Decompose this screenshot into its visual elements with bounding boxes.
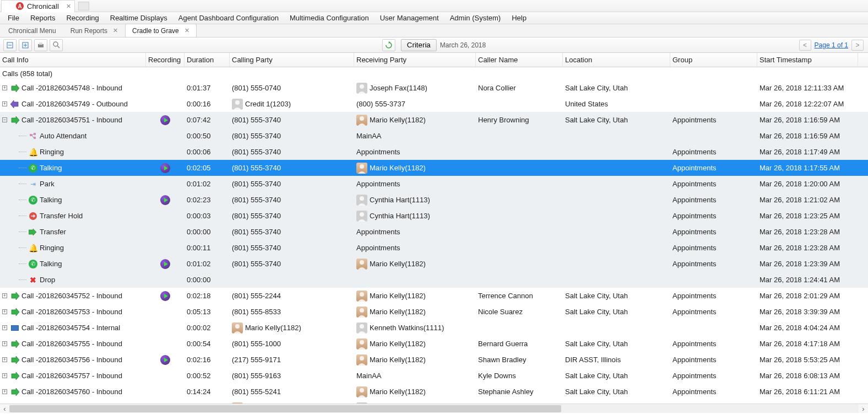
expand-toggle[interactable]: +: [2, 373, 7, 378]
play-recording-button[interactable]: [160, 115, 170, 125]
event-row[interactable]: ✆Talking0:01:02(801) 555-3740Mario Kelly…: [0, 256, 868, 272]
column-header[interactable]: Receiving Party: [354, 53, 476, 67]
play-recording-button[interactable]: [160, 291, 170, 301]
search-button[interactable]: [50, 39, 63, 51]
svg-rect-16: [30, 134, 32, 136]
event-row[interactable]: Transfer0:00:00(801) 555-3740Appointment…: [0, 224, 868, 240]
scroll-track[interactable]: [9, 404, 859, 413]
close-icon[interactable]: ✕: [185, 27, 189, 34]
receiving-party-value: Appointments: [356, 180, 400, 188]
play-recording-button[interactable]: [160, 195, 170, 205]
call-row[interactable]: +Call -2018260345753 - Inbound0:05:13(80…: [0, 304, 868, 320]
play-recording-button[interactable]: [160, 259, 170, 269]
duration-value: 0:01:37: [187, 84, 210, 92]
location-value: United States: [565, 100, 608, 108]
receiving-party-value: MainAA: [356, 372, 382, 380]
event-row[interactable]: 🔔Ringing0:00:06(801) 555-3740Appointment…: [0, 144, 868, 160]
timestamp-value: Mar 26, 2018 1:21:02 AM: [760, 196, 840, 204]
expand-toggle[interactable]: −: [2, 117, 7, 122]
toolbar: Criteria March 26, 2018 < Page 1 of 1 >: [0, 37, 868, 53]
column-header[interactable]: Group: [670, 53, 757, 67]
call-row[interactable]: +Call -2018260345752 - Inbound0:02:18(80…: [0, 288, 868, 304]
menu-item[interactable]: Reports: [25, 14, 61, 22]
horizontal-scrollbar[interactable]: ‹ ›: [0, 404, 868, 413]
event-row[interactable]: ➔Transfer Hold0:00:03(801) 555-3740Cynth…: [0, 208, 868, 224]
call-row[interactable]: +Call -2018260345756 - Inbound0:02:16(21…: [0, 352, 868, 368]
call-row[interactable]: +Call -2018260345754 - Internal0:00:02Ma…: [0, 320, 868, 336]
page-indicator[interactable]: Page 1 of 1: [815, 41, 848, 49]
call-row[interactable]: +Call -2018260345755 - Inbound0:00:54(80…: [0, 336, 868, 352]
call-row[interactable]: +Call -2018260345748 - Inbound0:01:37(80…: [0, 80, 868, 96]
scroll-left-icon[interactable]: ‹: [0, 404, 9, 413]
close-icon[interactable]: ✕: [113, 27, 118, 34]
menu-item[interactable]: File: [2, 14, 25, 22]
expand-toggle[interactable]: +: [2, 85, 7, 90]
call-row[interactable]: +Call -2018260345760 - Inbound0:14:24(80…: [0, 384, 868, 400]
menu-item[interactable]: Realtime Displays: [105, 14, 173, 22]
calling-party-value: (801) 555-3740: [232, 244, 281, 252]
criteria-button[interactable]: Criteria: [401, 39, 437, 51]
play-recording-button[interactable]: [160, 355, 170, 365]
next-page-button[interactable]: >: [851, 40, 864, 51]
refresh-button[interactable]: [382, 39, 395, 51]
column-header[interactable]: Location: [563, 53, 670, 67]
menu-item[interactable]: User Management: [375, 14, 444, 22]
expand-toggle[interactable]: +: [2, 309, 7, 314]
receiving-party-value: MainAA: [356, 132, 382, 140]
expand-toggle[interactable]: +: [2, 341, 7, 346]
expand-all-button[interactable]: [19, 39, 32, 51]
timestamp-value: Mar 26, 2018 1:16:59 AM: [760, 116, 840, 124]
scroll-thumb[interactable]: [9, 405, 561, 412]
generic-avatar-icon: [356, 322, 367, 334]
expand-toggle[interactable]: +: [2, 325, 7, 330]
column-header[interactable]: Start Timestamp: [757, 53, 858, 67]
event-row[interactable]: ✖Drop0:00:00Mar 26, 2018 1:24:41 AM: [0, 272, 868, 288]
calling-party-value: (801) 555-3740: [232, 180, 281, 188]
timestamp-value: Mar 26, 2018 4:04:24 AM: [760, 324, 840, 332]
inbound-icon: [10, 340, 19, 348]
scroll-right-icon[interactable]: ›: [859, 404, 868, 413]
expand-toggle[interactable]: +: [2, 357, 7, 362]
svg-point-23: [360, 212, 364, 217]
rows-scroll[interactable]: Calls (858 total)+Call -2018260345748 - …: [0, 67, 868, 413]
call-row[interactable]: +Call -2018260345749 - Outbound0:00:16Cr…: [0, 96, 868, 112]
prev-page-button[interactable]: <: [799, 40, 811, 51]
menu-item[interactable]: Agent Dashboard Configuration: [173, 14, 284, 22]
event-row[interactable]: Auto Attendant0:00:50(801) 555-3740MainA…: [0, 128, 868, 144]
document-tab[interactable]: Run Reports✕: [63, 24, 125, 37]
app-tab[interactable]: A Chronicall ✕: [1, 0, 75, 12]
call-row[interactable]: +Call -2018260345757 - Inbound0:00:52(80…: [0, 368, 868, 384]
menu-item[interactable]: Admin (System): [444, 14, 506, 22]
event-row[interactable]: ⇥Park0:01:02(801) 555-3740AppointmentsAp…: [0, 176, 868, 192]
tree-line: [19, 184, 26, 184]
expand-toggle[interactable]: +: [2, 101, 7, 106]
svg-point-35: [360, 356, 364, 361]
menu-item[interactable]: Recording: [61, 14, 104, 22]
event-row[interactable]: ✆Talking0:02:23(801) 555-3740Cynthia Har…: [0, 192, 868, 208]
group-value: Appointments: [672, 372, 717, 380]
collapse-all-button[interactable]: [3, 39, 17, 51]
call-row[interactable]: −Call -2018260345751 - Inbound0:07:42(80…: [0, 112, 868, 128]
document-tab[interactable]: Chronicall Menu: [1, 24, 63, 37]
column-header[interactable]: Recording: [146, 53, 185, 67]
new-tab-button[interactable]: [78, 2, 89, 10]
menu-item[interactable]: Multimedia Configuration: [284, 14, 375, 22]
column-header[interactable]: Caller Name: [476, 53, 563, 67]
column-header[interactable]: Calling Party: [230, 53, 354, 67]
play-recording-button[interactable]: [160, 163, 170, 173]
svg-marker-14: [12, 116, 19, 124]
print-button[interactable]: [34, 39, 47, 51]
call-info-label: Talking: [40, 196, 62, 204]
event-row[interactable]: ✆Talking0:02:05(801) 555-3740Mario Kelly…: [0, 160, 868, 176]
duration-value: 0:00:50: [187, 132, 210, 140]
column-header[interactable]: Call Info: [0, 53, 146, 67]
column-header[interactable]: Duration: [185, 53, 230, 67]
svg-point-7: [53, 42, 58, 46]
expand-toggle[interactable]: +: [2, 389, 7, 394]
menu-item[interactable]: Help: [506, 14, 532, 22]
group-title: Calls (858 total): [0, 67, 868, 80]
event-row[interactable]: 🔔Ringing0:00:11(801) 555-3740Appointment…: [0, 240, 868, 256]
close-icon[interactable]: ✕: [66, 3, 71, 10]
document-tab[interactable]: Cradle to Grave✕: [125, 24, 197, 37]
expand-toggle[interactable]: +: [2, 293, 7, 298]
